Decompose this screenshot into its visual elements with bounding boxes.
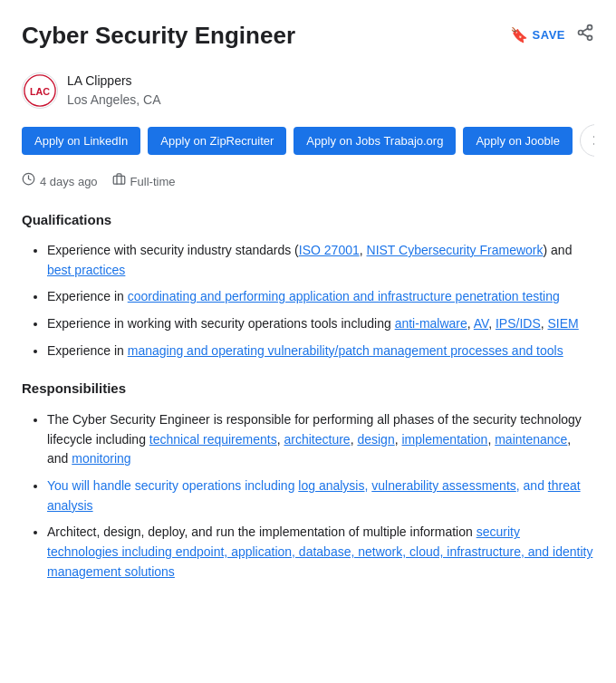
maintenance-link[interactable]: maintenance [495, 432, 567, 447]
list-item: Architect, design, deploy, and run the i… [47, 523, 594, 582]
company-name: LA Clippers [67, 72, 161, 91]
security-tech-link[interactable]: security technologies including endpoint… [47, 524, 592, 578]
qualifications-title: Qualifications [22, 210, 594, 231]
page-container: Cyber Security Engineer 🔖 SAVE LAC [22, 18, 594, 582]
list-item: Experience in working with security oper… [47, 314, 594, 334]
managing-link[interactable]: managing and operating vulnerability/pat… [128, 343, 563, 358]
more-apply-button[interactable] [580, 124, 594, 157]
svg-text:LAC: LAC [30, 86, 50, 97]
architecture-link[interactable]: architecture [284, 432, 350, 447]
responsibilities-section: Responsibilities The Cyber Security Engi… [22, 379, 594, 582]
meta-row: 4 days ago Full-time [22, 171, 594, 192]
list-item: You will handle security operations incl… [47, 476, 594, 515]
company-row: LAC LA Clippers Los Angeles, CA [22, 72, 594, 110]
best-practices-link[interactable]: best practices [47, 263, 125, 277]
save-label: SAVE [533, 28, 565, 42]
log-analysis-link[interactable]: log analysis [298, 478, 364, 493]
svg-rect-8 [113, 176, 125, 184]
vuln-assess-link[interactable]: vulnerability assessments [371, 478, 516, 493]
share-icon [576, 24, 594, 42]
share-button[interactable] [576, 24, 594, 46]
coordinating-link[interactable]: coordinating and performing application … [128, 289, 560, 303]
apply-trabajo-button[interactable]: Apply on Jobs Trabajo.org [294, 127, 456, 155]
apply-linkedin-button[interactable]: Apply on LinkedIn [22, 127, 140, 155]
list-item: Experience in coordinating and performin… [47, 287, 594, 307]
title-row: Cyber Security Engineer 🔖 SAVE [22, 18, 594, 63]
ipsids-link[interactable]: IPS/IDS [496, 316, 541, 331]
posted-text: 4 days ago [40, 173, 98, 191]
apply-jooble-button[interactable]: Apply on Jooble [463, 127, 573, 155]
siem-link[interactable]: SIEM [548, 316, 579, 331]
job-title: Cyber Security Engineer [22, 18, 510, 53]
company-info: LA Clippers Los Angeles, CA [67, 72, 161, 110]
company-location: Los Angeles, CA [67, 91, 161, 110]
responsibilities-title: Responsibilities [22, 379, 594, 399]
svg-line-3 [582, 34, 588, 36]
apply-ziprecruiter-button[interactable]: Apply on ZipRecruiter [148, 127, 286, 155]
apply-buttons-row: Apply on LinkedIn Apply on ZipRecruiter … [22, 124, 594, 157]
qualifications-list: Experience with security industry standa… [22, 241, 594, 361]
nist-link[interactable]: NIST Cybersecurity Framework [367, 243, 544, 257]
company-logo: LAC [22, 72, 58, 109]
iso-link[interactable]: ISO 27001 [299, 243, 360, 257]
company-logo-svg: LAC [24, 74, 56, 107]
bookmark-icon: 🔖 [510, 26, 529, 43]
tech-req-link[interactable]: technical requirements [149, 432, 277, 447]
chevron-right-icon [589, 133, 594, 148]
jobtype-text: Full-time [130, 173, 176, 191]
you-will-text: You will handle security operations incl… [47, 478, 581, 513]
clock-icon [22, 171, 35, 192]
list-item: Experience in managing and operating vul… [47, 342, 594, 361]
svg-line-4 [582, 28, 588, 31]
av-link[interactable]: AV [474, 316, 488, 331]
responsibilities-list: The Cyber Security Engineer is responsib… [22, 410, 594, 582]
antimalware-link[interactable]: anti-malware [395, 316, 467, 331]
jobtype-meta: Full-time [112, 171, 176, 192]
title-actions: 🔖 SAVE [510, 18, 594, 46]
implementation-link[interactable]: implementation [401, 432, 487, 447]
list-item: The Cyber Security Engineer is responsib… [47, 410, 594, 469]
list-item: Experience with security industry standa… [47, 241, 594, 280]
save-button[interactable]: 🔖 SAVE [510, 26, 565, 43]
design-link[interactable]: design [357, 432, 394, 447]
qualifications-section: Qualifications Experience with security … [22, 210, 594, 361]
posted-meta: 4 days ago [22, 171, 98, 192]
briefcase-icon [112, 171, 126, 192]
monitoring-link[interactable]: monitoring [72, 451, 130, 466]
